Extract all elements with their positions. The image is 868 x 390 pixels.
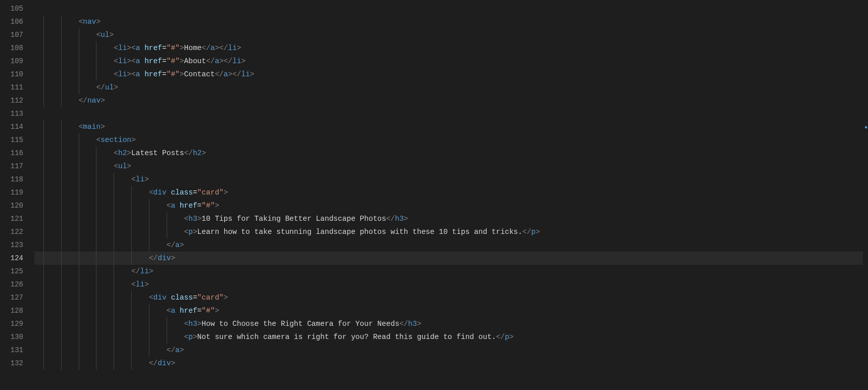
code-line[interactable]: <div class="card">: [34, 291, 863, 304]
token-bracket: </: [215, 70, 223, 78]
code-line[interactable]: <ul>: [34, 160, 863, 173]
line-number: 123: [0, 238, 34, 252]
token-bracket: <: [149, 294, 154, 302]
code-line[interactable]: </div>: [34, 357, 863, 370]
code-line[interactable]: <p>Not sure which camera is right for yo…: [34, 330, 863, 344]
token-tag: h2: [118, 149, 127, 157]
minimap[interactable]: [863, 0, 868, 390]
token-text: Latest Posts: [131, 149, 184, 157]
token-tag: nav: [83, 18, 96, 26]
token-tag: h3: [408, 320, 417, 328]
code-line[interactable]: <h2>Latest Posts</h2>: [34, 147, 863, 160]
line-number: 107: [0, 28, 34, 41]
code-line[interactable]: </ul>: [34, 81, 863, 94]
token-attr-value: "card": [197, 188, 224, 197]
token-tag: a: [175, 241, 180, 249]
token-tag: h3: [188, 320, 197, 328]
token-bracket: >: [96, 18, 100, 26]
token-tag: p: [188, 333, 193, 341]
token-bracket: </: [167, 241, 175, 249]
token-bracket: </: [79, 96, 87, 105]
token-text: 10 Tips for Taking Better Landscape Phot…: [201, 215, 386, 223]
token-tag: h2: [193, 149, 201, 157]
token-bracket: >: [193, 333, 197, 341]
token-tag: li: [118, 57, 127, 65]
token-attr-name: class: [171, 188, 193, 197]
line-number: 125: [0, 265, 34, 278]
token-text: How to Choose the Right Camera for Your …: [201, 320, 399, 328]
code-line[interactable]: </a>: [34, 238, 863, 252]
token-tag: h3: [395, 215, 403, 223]
token-bracket: >: [417, 320, 422, 328]
line-number: 108: [0, 41, 34, 55]
token-tag: li: [118, 44, 127, 52]
code-line[interactable]: </nav>: [34, 94, 863, 107]
token-eq: =: [162, 57, 167, 65]
token-text: Home: [184, 44, 202, 52]
token-bracket: ></: [228, 70, 241, 78]
token-tag: a: [171, 307, 175, 315]
token-bracket: >: [180, 70, 184, 78]
token-attr-value: "#": [201, 307, 215, 315]
token-text: Learn how to take stunning landscape pho…: [197, 228, 523, 236]
token-bracket: </: [184, 149, 192, 157]
token-text: [175, 202, 180, 210]
token-bracket: >: [224, 294, 228, 302]
code-line[interactable]: </div>: [34, 252, 863, 265]
line-number: 132: [0, 357, 34, 370]
code-line[interactable]: </a>: [34, 344, 863, 357]
token-attr-name: href: [180, 202, 197, 210]
line-number: 126: [0, 278, 34, 291]
code-line[interactable]: <li>: [34, 173, 863, 186]
token-bracket: </: [201, 44, 210, 52]
token-bracket: >: [237, 44, 241, 52]
token-bracket: ><: [127, 57, 135, 65]
token-bracket: <: [114, 149, 118, 157]
line-number: 117: [0, 160, 34, 173]
code-line[interactable]: <h3>How to Choose the Right Camera for Y…: [34, 317, 863, 330]
line-number: 129: [0, 317, 34, 330]
token-bracket: >: [100, 123, 105, 131]
line-number: 115: [0, 133, 34, 147]
token-tag: div: [158, 254, 171, 262]
code-line[interactable]: <li><a href="#">About</a></li>: [34, 55, 863, 68]
code-line[interactable]: [34, 107, 863, 120]
code-line[interactable]: <a href="#">: [34, 199, 863, 212]
line-number: 114: [0, 120, 34, 133]
code-line[interactable]: <li>: [34, 278, 863, 291]
code-line[interactable]: <section>: [34, 133, 863, 147]
code-line[interactable]: </li>: [34, 265, 863, 278]
token-tag: li: [136, 280, 144, 288]
code-line[interactable]: <a href="#">: [34, 304, 863, 317]
token-text: [140, 57, 144, 65]
token-bracket: </: [386, 215, 395, 223]
code-line[interactable]: <h3>10 Tips for Taking Better Landscape …: [34, 212, 863, 225]
line-number: 128: [0, 304, 34, 317]
token-eq: =: [193, 188, 197, 197]
token-bracket: >: [404, 215, 409, 223]
code-line[interactable]: <p>Learn how to take stunning landscape …: [34, 225, 863, 238]
code-editor[interactable]: 1051061071081091101111121131141151161171…: [0, 0, 868, 390]
token-bracket: >: [180, 57, 184, 65]
line-number-gutter: 1051061071081091101111121131141151161171…: [0, 0, 34, 390]
token-bracket: <: [184, 333, 189, 341]
code-line[interactable]: <li><a href="#">Home</a></li>: [34, 41, 863, 55]
token-bracket: ><: [127, 70, 135, 78]
token-tag: ul: [105, 83, 114, 91]
code-line[interactable]: <main>: [34, 120, 863, 133]
line-number: 112: [0, 94, 34, 107]
token-text: Contact: [184, 70, 215, 78]
line-number: 120: [0, 199, 34, 212]
code-line[interactable]: <li><a href="#">Contact</a></li>: [34, 68, 863, 81]
token-bracket: >: [110, 31, 114, 39]
code-area[interactable]: <nav> <ul> <li><a href="#">Home</a></li>…: [34, 0, 863, 390]
code-line[interactable]: [34, 2, 863, 15]
code-line[interactable]: <div class="card">: [34, 186, 863, 199]
code-line[interactable]: <nav>: [34, 15, 863, 28]
token-tag: div: [158, 359, 171, 367]
line-number: 113: [0, 107, 34, 120]
token-tag: div: [154, 188, 167, 197]
line-number: 118: [0, 173, 34, 186]
code-line[interactable]: <ul>: [34, 28, 863, 41]
token-bracket: <: [184, 228, 189, 236]
